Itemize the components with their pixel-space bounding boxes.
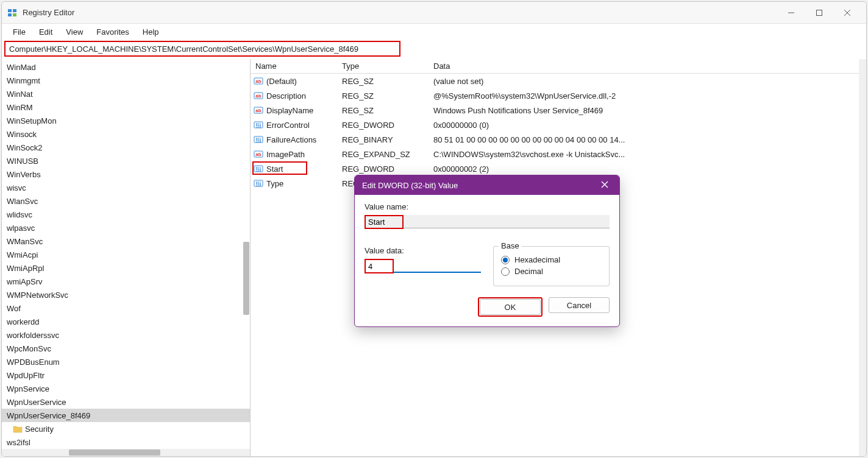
value-name-label: Value name: bbox=[365, 202, 610, 211]
value-row[interactable]: abDisplayNameREG_SZWindows Push Notifica… bbox=[251, 103, 866, 118]
tree-item[interactable]: WPDBusEnum bbox=[2, 355, 250, 368]
svg-rect-5 bbox=[817, 10, 822, 15]
tree-item[interactable]: WinMad bbox=[2, 60, 250, 74]
tree-item[interactable]: WinSock2 bbox=[2, 141, 250, 154]
tree-pane[interactable]: WinMadWinmgmtWinNatWinRMWinSetupMonWinso… bbox=[2, 59, 251, 456]
base-fieldset: Base Hexadecimal Decimal bbox=[493, 246, 610, 286]
cancel-button[interactable]: Cancel bbox=[549, 297, 610, 313]
tree-item[interactable]: wlidsvc bbox=[2, 208, 250, 221]
column-name[interactable]: Name bbox=[251, 62, 342, 71]
window-controls bbox=[777, 3, 861, 23]
svg-text:110: 110 bbox=[256, 125, 261, 129]
tree-item[interactable]: workfolderssvc bbox=[2, 328, 250, 342]
tree-vertical-scrollbar-thumb[interactable] bbox=[243, 242, 249, 315]
value-row[interactable]: 011110ErrorControlREG_DWORD0x00000000 (0… bbox=[251, 118, 866, 132]
base-section: Base Hexadecimal Decimal bbox=[493, 246, 610, 286]
tree-item[interactable]: wisvc bbox=[2, 181, 250, 194]
scrollbar-thumb[interactable] bbox=[69, 449, 160, 456]
dialog-close-button[interactable] bbox=[597, 180, 612, 191]
regedit-icon bbox=[7, 7, 18, 18]
tree-item[interactable]: ws2ifsl bbox=[2, 435, 250, 449]
value-data: @%SystemRoot%\system32\WpnUserService.dl… bbox=[433, 91, 866, 100]
binary-icon: 011110 bbox=[253, 134, 264, 145]
tree-item-folder[interactable]: Security bbox=[2, 422, 250, 435]
radio-hex-label: Hexadecimal bbox=[514, 255, 560, 264]
binary-icon: 011110 bbox=[253, 178, 264, 189]
tree-item[interactable]: WINUSB bbox=[2, 154, 250, 167]
menu-edit[interactable]: Edit bbox=[33, 25, 59, 39]
menubar: File Edit View Favorites Help bbox=[2, 24, 866, 40]
radio-hex[interactable] bbox=[501, 256, 510, 264]
svg-text:ab: ab bbox=[255, 93, 261, 99]
tree-item[interactable]: Winmgmt bbox=[2, 74, 250, 87]
tree-item[interactable]: WmiAcpi bbox=[2, 248, 250, 261]
svg-rect-0 bbox=[8, 9, 12, 12]
value-name-input[interactable] bbox=[366, 216, 402, 228]
binary-icon: 011110 bbox=[253, 163, 264, 174]
string-icon: ab bbox=[253, 105, 264, 116]
column-data[interactable]: Data bbox=[433, 62, 866, 71]
tree-item[interactable]: WpdUpFltr bbox=[2, 368, 250, 382]
value-type: REG_DWORD bbox=[342, 164, 433, 174]
dialog-titlebar[interactable]: Edit DWORD (32-bit) Value bbox=[355, 175, 619, 195]
column-type[interactable]: Type bbox=[342, 62, 433, 71]
tree-item[interactable]: WinRM bbox=[2, 100, 250, 114]
menu-view[interactable]: View bbox=[60, 25, 89, 39]
tree-item[interactable]: WinSetupMon bbox=[2, 114, 250, 127]
tree-list: WinMadWinmgmtWinNatWinRMWinSetupMonWinso… bbox=[2, 59, 250, 450]
tree-horizontal-scrollbar[interactable] bbox=[2, 449, 250, 456]
menu-file[interactable]: File bbox=[7, 25, 32, 39]
titlebar[interactable]: Registry Editor bbox=[2, 2, 866, 24]
value-row[interactable]: abDescriptionREG_SZ@%SystemRoot%\system3… bbox=[251, 88, 866, 103]
value-row[interactable]: 011110FailureActionsREG_BINARY80 51 01 0… bbox=[251, 132, 866, 147]
radio-dec-row[interactable]: Decimal bbox=[501, 267, 602, 276]
value-data-section: Value data: bbox=[365, 246, 481, 286]
value-row[interactable]: ab(Default)REG_SZ(value not set) bbox=[251, 74, 866, 88]
value-row[interactable]: abImagePathREG_EXPAND_SZC:\WINDOWS\syste… bbox=[251, 147, 866, 161]
edit-dword-dialog: Edit DWORD (32-bit) Value Value name: Va… bbox=[354, 175, 620, 327]
value-name: FailureActions bbox=[266, 135, 342, 144]
address-bar[interactable]: Computer\HKEY_LOCAL_MACHINE\SYSTEM\Curre… bbox=[4, 41, 400, 57]
maximize-button[interactable] bbox=[805, 3, 833, 23]
value-type: REG_SZ bbox=[342, 106, 433, 115]
value-name: (Default) bbox=[266, 77, 342, 86]
value-row[interactable]: 011110StartREG_DWORD0x00000002 (2) bbox=[251, 161, 866, 176]
tree-item[interactable]: wlpasvc bbox=[2, 221, 250, 234]
dialog-title-text: Edit DWORD (32-bit) Value bbox=[362, 181, 458, 190]
tree-item[interactable]: WpnUserService_8f469 bbox=[2, 409, 250, 422]
tree-item[interactable]: WinVerbs bbox=[2, 167, 250, 181]
tree-item[interactable]: WlanSvc bbox=[2, 194, 250, 208]
folder-icon bbox=[13, 425, 23, 433]
ok-button[interactable]: OK bbox=[480, 299, 541, 315]
tree-item[interactable]: WpnUserService bbox=[2, 395, 250, 409]
tree-item[interactable]: workerdd bbox=[2, 315, 250, 328]
tree-item[interactable]: WinNat bbox=[2, 87, 250, 100]
svg-text:110: 110 bbox=[256, 183, 261, 187]
value-data-rest[interactable] bbox=[394, 259, 481, 273]
list-header: Name Type Data bbox=[251, 59, 866, 74]
value-type: REG_SZ bbox=[342, 77, 433, 86]
minimize-button[interactable] bbox=[777, 3, 805, 23]
svg-text:110: 110 bbox=[256, 139, 261, 143]
menu-favorites[interactable]: Favorites bbox=[90, 25, 135, 39]
value-data: 0x00000000 (0) bbox=[433, 121, 866, 130]
value-name-highlight bbox=[365, 215, 404, 229]
radio-hex-row[interactable]: Hexadecimal bbox=[501, 255, 602, 264]
tree-item[interactable]: WpnService bbox=[2, 382, 250, 395]
menu-help[interactable]: Help bbox=[137, 25, 165, 39]
value-data-input[interactable] bbox=[366, 260, 393, 272]
string-icon: ab bbox=[253, 149, 264, 160]
list-vertical-scrollbar[interactable] bbox=[859, 59, 866, 456]
tree-item[interactable]: WMPNetworkSvc bbox=[2, 288, 250, 301]
tree-item[interactable]: WmiApRpl bbox=[2, 261, 250, 275]
value-type: REG_EXPAND_SZ bbox=[342, 150, 433, 159]
value-name-rest bbox=[404, 215, 610, 228]
tree-item[interactable]: Winsock bbox=[2, 127, 250, 141]
tree-item[interactable]: WManSvc bbox=[2, 234, 250, 248]
radio-dec[interactable] bbox=[501, 267, 510, 276]
tree-item[interactable]: WpcMonSvc bbox=[2, 342, 250, 355]
tree-item[interactable]: Wof bbox=[2, 301, 250, 315]
svg-text:ab: ab bbox=[255, 108, 261, 113]
close-button[interactable] bbox=[833, 3, 861, 23]
tree-item[interactable]: wmiApSrv bbox=[2, 275, 250, 288]
